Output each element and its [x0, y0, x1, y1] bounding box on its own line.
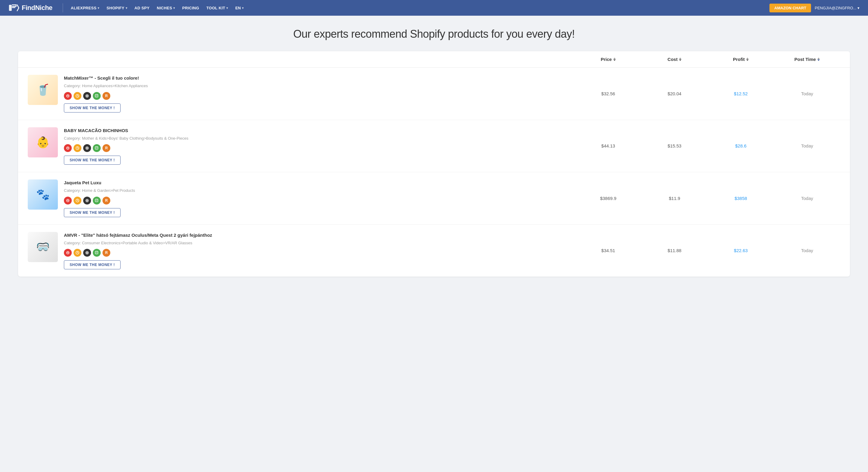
tag-icon — [93, 144, 101, 152]
product-profit: $3858 — [708, 196, 774, 201]
store-icon — [73, 144, 82, 152]
product-post-time: Today — [774, 143, 840, 148]
nav-language[interactable]: EN ▾ — [232, 4, 247, 12]
amazon-chart-button[interactable]: AMAZON CHART — [770, 4, 811, 12]
product-details: BABY MACACÃO BICHINHOS Category: Mother … — [64, 127, 575, 165]
product-cost: $15.53 — [641, 143, 708, 148]
main-content: Our experts recommend Shopify products f… — [0, 16, 868, 295]
tag-icon — [93, 92, 101, 100]
product-platform-icons: R — [64, 144, 575, 152]
review-icon: R — [102, 197, 110, 205]
sort-price-icon — [613, 58, 616, 61]
chevron-down-icon: ▾ — [173, 6, 175, 10]
svg-rect-20 — [95, 251, 98, 254]
page-heading: Our experts recommend Shopify products f… — [18, 28, 850, 40]
product-category: Category: Home & Garden>Pet Products — [64, 187, 575, 194]
review-icon: R — [102, 92, 110, 100]
product-name: AMVR - "Elite" hátsó fejtámasz Oculus/Me… — [64, 232, 575, 238]
col-profit[interactable]: Profit — [708, 57, 774, 62]
product-name: MatchMixer™ - Scegli il tuo colore! — [64, 75, 575, 81]
sort-profit-icon — [746, 58, 749, 61]
product-price: $44.13 — [575, 143, 641, 148]
nav-niches[interactable]: NICHES ▾ — [154, 4, 178, 12]
col-product — [28, 57, 575, 62]
product-price: $32.56 — [575, 91, 641, 96]
col-post-time[interactable]: Post Time — [774, 57, 840, 62]
navbar: FindNiche ALIEXPRESS ▾ SHOPIFY ▾ AD SPY … — [0, 0, 868, 16]
product-profit: $28.6 — [708, 143, 774, 148]
product-category: Category: Mother & Kids>Boys' Baby Cloth… — [64, 136, 575, 142]
nav-adspy[interactable]: AD SPY — [131, 4, 153, 12]
user-menu[interactable]: PENGJIA@ZINGFRO... ▾ — [815, 6, 860, 10]
product-name: Jaqueta Pet Luxu — [64, 179, 575, 186]
target-icon — [83, 249, 91, 257]
product-image: 🐾 — [28, 179, 58, 210]
product-category: Category: Home Appliances>Kitchen Applia… — [64, 83, 575, 89]
nav-pricing[interactable]: PRICING — [179, 4, 202, 12]
aliexpress-icon — [64, 197, 72, 205]
svg-rect-10 — [95, 147, 98, 149]
nav-divider — [63, 3, 63, 12]
product-info: 🐾 Jaqueta Pet Luxu Category: Home & Gard… — [28, 179, 575, 217]
product-post-time: Today — [774, 91, 840, 96]
chevron-down-icon: ▾ — [242, 6, 244, 10]
product-details: AMVR - "Elite" hátsó fejtámasz Oculus/Me… — [64, 232, 575, 270]
product-rows: 🥤 MatchMixer™ - Scegli il tuo colore! Ca… — [18, 67, 850, 276]
product-info: 👶 BABY MACACÃO BICHINHOS Category: Mothe… — [28, 127, 575, 165]
product-cost: $11.9 — [641, 196, 708, 201]
table-header: Price Cost Profit — [18, 51, 850, 67]
store-icon — [73, 249, 82, 257]
store-icon — [73, 197, 82, 205]
sort-posttime-icon — [817, 58, 820, 61]
product-details: Jaqueta Pet Luxu Category: Home & Garden… — [64, 179, 575, 217]
nav-toolkit[interactable]: TOOL KIT ▾ — [204, 4, 231, 12]
product-cost: $11.88 — [641, 248, 708, 253]
show-money-button[interactable]: SHOW ME THE MONEY ! — [64, 104, 121, 113]
show-money-button[interactable]: SHOW ME THE MONEY ! — [64, 260, 121, 269]
target-icon — [83, 144, 91, 152]
product-details: MatchMixer™ - Scegli il tuo colore! Cate… — [64, 75, 575, 113]
aliexpress-icon — [64, 144, 72, 152]
product-post-time: Today — [774, 196, 840, 201]
svg-point-4 — [87, 96, 87, 96]
logo[interactable]: FindNiche — [8, 4, 53, 12]
svg-rect-5 — [95, 94, 98, 97]
nav-aliexpress[interactable]: ALIEXPRESS ▾ — [68, 4, 102, 12]
table-row: 🥽 AMVR - "Elite" hátsó fejtámasz Oculus/… — [18, 225, 850, 277]
product-profit: $22.63 — [708, 248, 774, 253]
product-info: 🥤 MatchMixer™ - Scegli il tuo colore! Ca… — [28, 75, 575, 113]
product-cost: $20.04 — [641, 91, 708, 96]
nav-items: ALIEXPRESS ▾ SHOPIFY ▾ AD SPY NICHES ▾ P… — [68, 4, 770, 12]
show-money-button[interactable]: SHOW ME THE MONEY ! — [64, 156, 121, 165]
aliexpress-icon — [64, 249, 72, 257]
sort-cost-icon — [679, 58, 681, 61]
table-row: 🥤 MatchMixer™ - Scegli il tuo colore! Ca… — [18, 67, 850, 120]
nav-right: AMAZON CHART PENGJIA@ZINGFRO... ▾ — [770, 4, 860, 12]
svg-rect-0 — [9, 5, 12, 11]
svg-rect-15 — [95, 199, 98, 202]
product-category: Category: Consumer Electronics>Portable … — [64, 240, 575, 246]
review-icon: R — [102, 144, 110, 152]
svg-point-19 — [87, 253, 87, 253]
product-profit: $12.52 — [708, 91, 774, 96]
svg-point-9 — [87, 148, 87, 148]
target-icon — [83, 197, 91, 205]
product-platform-icons: R — [64, 92, 575, 100]
show-money-button[interactable]: SHOW ME THE MONEY ! — [64, 208, 121, 217]
product-image: 👶 — [28, 127, 58, 157]
col-cost[interactable]: Cost — [641, 57, 708, 62]
table-row: 👶 BABY MACACÃO BICHINHOS Category: Mothe… — [18, 120, 850, 173]
product-image: 🥽 — [28, 232, 58, 262]
col-price[interactable]: Price — [575, 57, 641, 62]
product-price: $34.51 — [575, 248, 641, 253]
svg-point-14 — [87, 200, 87, 201]
product-platform-icons: R — [64, 249, 575, 257]
product-image: 🥤 — [28, 75, 58, 105]
tag-icon — [93, 249, 101, 257]
products-table: Price Cost Profit — [18, 51, 850, 276]
product-post-time: Today — [774, 248, 840, 253]
tag-icon — [93, 197, 101, 205]
nav-shopify[interactable]: SHOPIFY ▾ — [104, 4, 130, 12]
chevron-down-icon: ▾ — [226, 6, 228, 10]
store-icon — [73, 92, 82, 100]
